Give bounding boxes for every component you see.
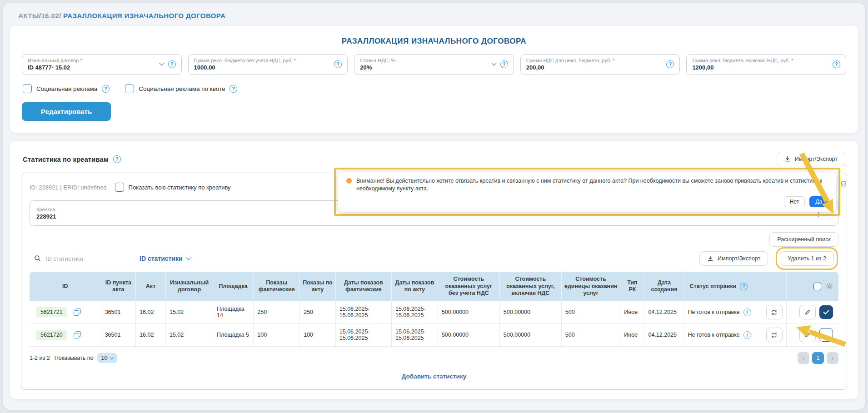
social-ad-checkbox[interactable] — [23, 84, 32, 93]
cell-created: 04.12.2025 — [644, 323, 684, 346]
cell-shows-act: 250 — [300, 301, 336, 323]
help-icon[interactable] — [229, 85, 237, 93]
field-value: 200,00 — [526, 64, 663, 71]
per-page-value: 10 — [101, 355, 108, 361]
unlink-warning-popup: Внимание! Вы действительно хотите отвяза… — [338, 172, 836, 212]
advanced-search-button[interactable]: Расширенный поиск — [769, 232, 838, 247]
search-input[interactable] — [46, 255, 110, 262]
vat-amount-field[interactable]: Сумма НДС для рекл. бюджета, руб. * 200,… — [520, 54, 680, 75]
chevron-down-icon[interactable] — [491, 60, 496, 65]
delete-selected-button[interactable]: Удалить 1 из 2 — [780, 251, 834, 266]
edit-row-button[interactable] — [799, 328, 816, 342]
stats-toolbar: ID статистики Импорт/Экспорт Удалить 1 и… — [30, 251, 838, 266]
cell-unit-cost: 500 — [561, 323, 620, 346]
cell-dates-fact: 15.06.2025-15.06.2025 — [335, 301, 391, 323]
chevron-down-icon[interactable] — [159, 60, 164, 65]
cell-shows-fact: 100 — [254, 323, 300, 346]
sort-dropdown-label: ID статистики — [140, 255, 183, 262]
search-icon — [34, 255, 41, 262]
delete-creative-trash-button[interactable] — [839, 179, 848, 190]
field-label: Изначальный договор * — [28, 58, 156, 63]
refresh-icon — [771, 309, 778, 316]
import-export-button-top[interactable]: Импорт/Экспорт — [777, 152, 845, 166]
contract-form-card: РАЗАЛЛОКАЦИЯ ИЗНАЧАЛЬНОГО ДОГОВОРА Изнач… — [10, 26, 858, 133]
cell-dates-fact: 15.06.2025-15.06.2025 — [335, 323, 391, 346]
chevron-down-icon — [186, 255, 191, 260]
field-value: ID 48777- 15.02 — [28, 64, 156, 71]
refresh-status-button[interactable] — [766, 328, 783, 342]
chevron-down-icon — [110, 356, 114, 359]
refresh-icon — [771, 332, 778, 338]
info-icon[interactable] — [743, 331, 751, 339]
help-icon[interactable] — [102, 85, 110, 93]
send-status-label: Статус отправки — [690, 283, 737, 290]
budget-no-vat-field[interactable]: Сумма рекл. бюджета без учета НДС, руб. … — [188, 54, 348, 75]
budget-no-vat-field-main: Сумма рекл. бюджета без учета НДС, руб. … — [194, 58, 331, 71]
budget-with-vat-field[interactable]: Сумма рекл. бюджета, включая НДС, руб. *… — [686, 54, 846, 75]
help-icon[interactable] — [500, 60, 508, 68]
per-page-dropdown[interactable]: 10 — [97, 353, 118, 363]
import-export-label: Импорт/Экспорт — [795, 156, 838, 162]
col-campaign-type: Тип РК — [620, 272, 644, 301]
current-page-button[interactable]: 1 — [812, 352, 824, 364]
next-page-button[interactable]: › — [827, 352, 838, 364]
col-act-item-id: ID пункта акта — [101, 272, 135, 301]
gear-icon[interactable] — [826, 283, 833, 290]
col-act: Акт — [136, 272, 166, 301]
cell-shows-act: 100 — [300, 323, 336, 346]
edit-row-button[interactable] — [799, 305, 816, 319]
statistics-table: ID ID пункта акта Акт Изначальный догово… — [30, 272, 838, 347]
refresh-status-button[interactable] — [766, 305, 783, 319]
help-icon[interactable] — [740, 283, 748, 290]
cell-shows-fact: 250 — [254, 301, 300, 323]
vat-rate-field[interactable]: Ставка НДС, % 20% — [354, 54, 514, 75]
prev-page-button[interactable]: ‹ — [798, 352, 809, 364]
import-export-button-table[interactable]: Импорт/Экспорт — [699, 251, 768, 266]
cell-act: 16.02 — [136, 301, 166, 323]
col-actions — [786, 272, 838, 301]
show-all-stats-label: Показать всю статистику по креативу — [129, 184, 231, 191]
row-select-checkbox[interactable] — [819, 328, 833, 342]
select-all-checkbox[interactable] — [813, 283, 821, 290]
col-platform: Площадка — [213, 272, 254, 301]
stats-title: Статистика по креативам — [23, 155, 109, 163]
page-title: РАЗАЛЛОКАЦИЯ ИЗНАЧАЛЬНОГО ДОГОВОРА — [22, 37, 846, 46]
row-select-checkbox[interactable] — [819, 305, 833, 319]
creative-id-erid: ID: 228921 | ERID: undefined — [30, 184, 107, 191]
trash-icon — [840, 180, 847, 188]
popup-no-button[interactable]: Нет — [784, 196, 805, 207]
table-footer: 1-2 из 2 Показывать по 10 ‹ 1 › — [30, 352, 838, 364]
field-label: Сумма рекл. бюджета без учета НДС, руб. … — [194, 58, 331, 63]
download-icon — [784, 156, 791, 162]
creative-panel: ID: 228921 | ERID: undefined Показать вс… — [21, 173, 847, 390]
cell-contract: 15.02 — [165, 301, 213, 323]
warning-dot-icon — [346, 178, 352, 184]
cell-cost-with-vat: 500.00000 — [499, 323, 561, 346]
copy-icon[interactable] — [74, 331, 81, 338]
import-export-label: Импорт/Экспорт — [718, 255, 760, 262]
col-created-date: Дата создания — [644, 272, 684, 301]
stat-id-badge: 5621720 — [36, 330, 67, 340]
help-icon[interactable] — [113, 155, 121, 163]
help-icon[interactable] — [833, 60, 840, 68]
show-all-stats-checkbox[interactable] — [115, 183, 124, 192]
help-icon[interactable] — [334, 60, 342, 68]
creative-stats-card: Статистика по креативам Импорт/Экспорт I… — [10, 141, 858, 399]
pagination: ‹ 1 › — [798, 352, 838, 364]
vat-amount-field-main: Сумма НДС для рекл. бюджета, руб. * 200,… — [526, 58, 663, 71]
field-value: 1000,00 — [194, 64, 331, 71]
edit-button[interactable]: Редактировать — [22, 102, 111, 121]
cell-dates-act: 15.06.2025-15.06.2025 — [391, 301, 438, 323]
popup-yes-button[interactable]: Да — [809, 196, 828, 207]
initial-contract-field[interactable]: Изначальный договор * ID 48777- 15.02 — [22, 54, 182, 75]
breadcrumb-path[interactable]: АКТЫ/16.02/ — [18, 12, 61, 20]
add-statistics-link[interactable]: Добавить статистику — [402, 373, 466, 380]
copy-icon[interactable] — [74, 309, 81, 316]
help-icon[interactable] — [168, 60, 176, 68]
breadcrumb-current: РАЗАЛЛОКАЦИЯ ИЗНАЧАЛЬНОГО ДОГОВОРА — [63, 12, 225, 20]
help-icon[interactable] — [666, 60, 674, 68]
info-icon[interactable] — [743, 309, 751, 316]
social-ad-quota-checkbox[interactable] — [125, 84, 134, 93]
social-ad-label: Социальная реклама — [36, 85, 97, 92]
sort-dropdown[interactable]: ID статистики — [140, 255, 190, 262]
